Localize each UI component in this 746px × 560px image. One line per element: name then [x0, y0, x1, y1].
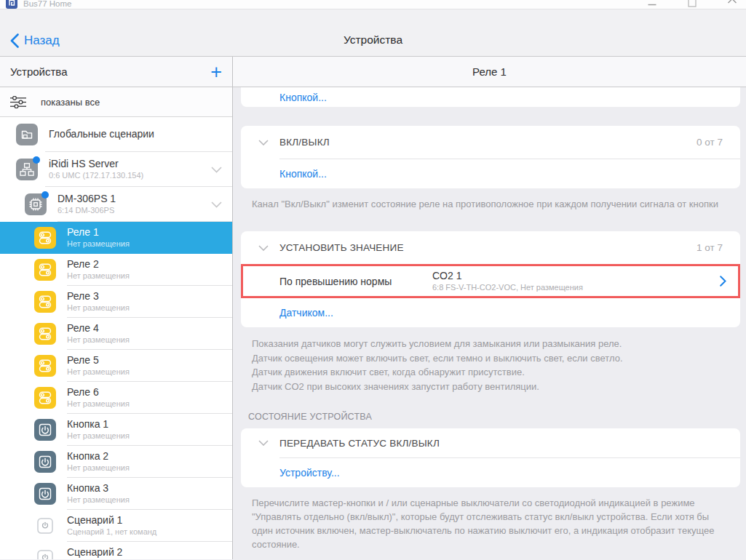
bound-sensor-name: CO2 1 [432, 269, 583, 282]
device-list: Глобальные сценарииiRidi HS Server0:6 UM… [0, 117, 232, 559]
section-title: ПЕРЕДАВАТЬ СТАТУС ВКЛ/ВЫКЛ [279, 438, 440, 449]
device-title: Реле 5 [67, 354, 130, 367]
pushbutton-icon [34, 451, 56, 473]
collapse-chevron-icon[interactable] [258, 245, 269, 251]
navigation-bar: Назад Устройства [0, 9, 746, 57]
sidebar-title: Устройства [10, 65, 67, 78]
status-section-card: ПЕРЕДАВАТЬ СТАТУС ВКЛ/ВЫКЛ Устройству... [241, 428, 740, 487]
device-title: Реле 3 [67, 290, 130, 303]
chevron-down-icon[interactable] [211, 201, 222, 208]
relay-icon [34, 355, 56, 377]
device-subtitle: 6:14 DM-306PS [57, 206, 116, 216]
onoff-section-header[interactable]: ВКЛ/ВЫКЛ 0 от 7 [241, 126, 740, 159]
sidebar-item[interactable]: Реле 5Нет размещения [0, 350, 232, 382]
relay-icon [34, 387, 56, 409]
scenario-icon [34, 515, 56, 537]
assign-button-link[interactable]: Кнопкой... [279, 168, 327, 180]
filter-row[interactable]: показаны все [0, 87, 232, 117]
device-subtitle: Нет размещения [67, 239, 130, 249]
device-title: Кнопка 3 [67, 482, 130, 495]
network-icon [16, 159, 38, 180]
page-title: Устройства [0, 33, 746, 47]
device-title: Кнопка 2 [67, 450, 130, 463]
section-title: УСТАНОВИТЬ ЗНАЧЕНИЕ [279, 242, 404, 253]
device-subtitle: Нет размещения [67, 495, 130, 505]
sidebar-header: Устройства + [0, 57, 232, 87]
device-subtitle: Нет размещения [67, 399, 130, 409]
status-section-header[interactable]: ПЕРЕДАВАТЬ СТАТУС ВКЛ/ВЫКЛ [241, 428, 740, 457]
device-title: DM-306PS 1 [57, 193, 116, 206]
device-subtitle: 0:6 UMC (172.17.130.154) [49, 171, 143, 181]
sidebar-item[interactable]: Реле 2Нет размещения [0, 254, 232, 286]
device-title: Сценарий 2 [67, 546, 156, 559]
chevron-right-icon [720, 276, 726, 287]
sidebar-item[interactable]: Сценарий 2Сценарий 2, нет команд [0, 542, 232, 559]
panel-body[interactable]: Кнопкой... ВКЛ/ВЫКЛ 0 от 7 Кнопкой... Ка… [233, 87, 746, 559]
chevron-down-icon[interactable] [211, 167, 222, 173]
status-badge-dot [41, 191, 49, 199]
panel-title: Реле 1 [233, 57, 746, 87]
maximize-icon[interactable] [687, 0, 697, 7]
section-count: 0 от 7 [697, 137, 723, 148]
window-title: Bus77 Home [23, 0, 71, 8]
device-title: Кнопка 1 [67, 418, 130, 431]
sensor-binding-row[interactable]: По превышению нормы CO2 1 6:8 FS-V-TH-CO… [241, 264, 740, 298]
bound-sensor-details: 6:8 FS-V-TH-CO2-VOC, Нет размещения [432, 282, 583, 292]
collapse-chevron-icon[interactable] [258, 440, 269, 446]
sidebar-item[interactable]: Кнопка 3Нет размещения [0, 478, 232, 510]
sidebar-item[interactable]: Реле 1Нет размещения [0, 222, 232, 254]
scenario-icon [34, 547, 56, 559]
device-title: Реле 6 [67, 386, 130, 399]
binding-label: По превышению нормы [279, 276, 432, 287]
device-subtitle: Нет размещения [67, 335, 130, 345]
relay-icon [34, 323, 56, 345]
filter-sliders-icon [10, 96, 26, 108]
minimize-icon[interactable] [647, 0, 657, 7]
description-text: Показания датчиков могут служить условие… [252, 337, 722, 393]
relay-icon [34, 259, 56, 281]
device-subtitle: Нет размещения [67, 303, 130, 313]
sidebar-item[interactable]: Кнопка 1Нет размещения [0, 414, 232, 446]
relay-icon [34, 291, 56, 313]
status-badge-dot [33, 156, 40, 164]
device-sidebar: Устройства + показаны все Глобальные сце… [0, 57, 233, 559]
sidebar-item[interactable]: Реле 6Нет размещения [0, 382, 232, 414]
assign-sensor-link[interactable]: Датчиком... [279, 307, 333, 319]
device-title: Реле 1 [67, 226, 130, 239]
description-text: Перечислите мастер-кнопки и / или сценар… [252, 496, 718, 551]
device-title: Реле 2 [67, 258, 130, 271]
section-count: 1 от 7 [697, 242, 723, 253]
state-section-label: СОСТОЯНИЕ УСТРОЙСТВА [248, 412, 740, 422]
device-subtitle: Сценарий 1, нет команд [67, 527, 156, 537]
device-subtitle: Нет размещения [67, 367, 130, 377]
add-device-button[interactable]: + [210, 65, 222, 79]
sidebar-item[interactable]: Сценарий 1Сценарий 1, нет команд [0, 510, 232, 542]
collapse-chevron-icon[interactable] [258, 140, 269, 145]
sidebar-item[interactable]: Реле 3Нет размещения [0, 286, 232, 318]
section-title: ВКЛ/ВЫКЛ [279, 137, 330, 148]
window-titlebar: Bus77 Home [0, 0, 746, 9]
onoff-section-card: ВКЛ/ВЫКЛ 0 от 7 Кнопкой... [241, 126, 740, 188]
folder-icon [16, 124, 38, 145]
sidebar-item[interactable]: Реле 4Нет размещения [0, 318, 232, 350]
device-title: iRidi HS Server [49, 158, 143, 171]
sidebar-item[interactable]: iRidi HS Server0:6 UMC (172.17.130.154) [0, 152, 232, 187]
sidebar-item[interactable]: DM-306PS 16:14 DM-306PS [0, 187, 232, 222]
chip-icon [25, 193, 47, 215]
scrolled-card-partial: Кнопкой... [241, 87, 740, 107]
app-logo-icon [6, 0, 17, 9]
app-window: Bus77 Home Назад Устройства Устройства + [0, 0, 746, 560]
assign-device-link[interactable]: Устройству... [279, 467, 340, 479]
sidebar-item[interactable]: Глобальные сценарии [0, 117, 232, 152]
pushbutton-icon [34, 419, 56, 441]
description-text: Канал "Вкл/Выкл" изменит состояние реле … [252, 197, 722, 212]
device-title: Глобальные сценарии [49, 128, 154, 141]
assign-button-link[interactable]: Кнопкой... [279, 92, 327, 103]
device-title: Сценарий 1 [67, 514, 156, 527]
relay-icon [34, 227, 56, 249]
close-icon[interactable] [727, 0, 737, 7]
sidebar-item[interactable]: Кнопка 2Нет размещения [0, 446, 232, 478]
device-subtitle: Нет размещения [67, 431, 130, 441]
set-value-section-card: УСТАНОВИТЬ ЗНАЧЕНИЕ 1 от 7 По превышению… [241, 231, 740, 327]
set-value-section-header[interactable]: УСТАНОВИТЬ ЗНАЧЕНИЕ 1 от 7 [241, 231, 740, 264]
